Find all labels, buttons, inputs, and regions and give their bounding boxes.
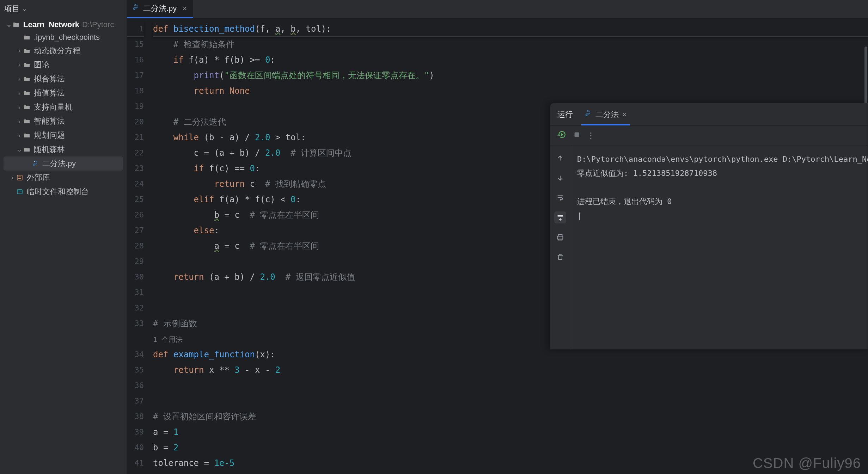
soft-wrap-icon[interactable] [554,192,566,204]
sidebar-header[interactable]: 项目 ⌄ [0,0,127,18]
scratches-consoles[interactable]: 临时文件和控制台 [0,185,127,199]
python-file-icon [32,160,39,167]
console-output[interactable]: D:\Pytorch\anaconda\envs\pytorch\python.… [570,146,868,349]
chevron-down-icon: ⌄ [22,5,27,13]
tree-folder[interactable]: ›拟合算法 [0,72,127,86]
print-icon[interactable] [554,231,566,243]
folder-icon [23,132,30,139]
svg-point-7 [587,111,587,111]
close-icon[interactable]: × [182,4,187,13]
arrow-down-icon[interactable] [554,172,566,184]
chevron-right-icon[interactable]: › [16,47,23,55]
run-config-tab[interactable]: 二分法 × [581,103,630,125]
editor-tabs: 二分法.py × [127,0,868,18]
tree-item-label: 动态微分方程 [34,45,80,56]
tree-item-label: 二分法.py [42,158,76,169]
run-panel-tabs: 运行 二分法 × [550,103,868,126]
tree-item-label: 规划问题 [34,130,65,141]
arrow-up-icon[interactable] [554,152,566,164]
chevron-right-icon[interactable]: › [16,104,23,111]
close-icon[interactable]: × [622,110,627,119]
stop-icon[interactable] [573,131,581,141]
run-config-name: 二分法 [595,109,619,120]
folder-icon [23,75,30,82]
project-root-name: Learn_Network [23,20,79,29]
scroll-to-end-icon[interactable] [554,211,566,223]
editor-tab-active[interactable]: 二分法.py × [127,0,193,18]
chevron-right-icon[interactable]: › [16,61,23,69]
tree-folder[interactable]: .ipynb_checkpoints [0,31,127,44]
chevron-down-icon[interactable]: ⌄ [5,21,13,29]
library-icon [16,174,23,181]
line-number-gutter: 1151617181920212223242526272829303132333… [127,18,148,474]
tree-folder[interactable]: ›智能算法 [0,114,127,128]
chevron-down-icon[interactable]: ⌄ [16,146,23,153]
run-tool-window: 运行 二分法 × ⋮ D:\P [550,103,868,350]
project-sidebar: 项目 ⌄ ⌄ Learn_Network D:\Pytorc .ipynb_ch… [0,0,127,474]
python-file-icon [132,4,140,13]
scratch-icon [16,188,23,195]
project-root-path: D:\Pytorc [82,20,114,29]
rerun-icon[interactable] [557,130,567,141]
tree-folder[interactable]: ›动态微分方程 [0,44,127,58]
svg-rect-8 [575,133,579,137]
tree-folder[interactable]: ›支持向量机 [0,100,127,114]
project-tree: ⌄ Learn_Network D:\Pytorc .ipynb_checkpo… [0,18,127,474]
svg-rect-5 [17,190,22,194]
more-icon[interactable]: ⋮ [587,131,595,140]
run-panel-title: 运行 [557,109,573,120]
run-side-toolbar [550,146,570,349]
scrollbar-thumb[interactable] [864,47,867,110]
svg-point-1 [36,165,37,166]
external-libraries-label: 外部库 [27,172,50,183]
tree-item-label: 支持向量机 [34,102,73,112]
external-libraries[interactable]: › 外部库 [0,171,127,185]
folder-icon [23,47,30,54]
main-area: 二分法.py × 1151617181920212223242526272829… [127,0,868,474]
chevron-right-icon[interactable]: › [8,174,16,181]
svg-point-6 [134,5,135,6]
tree-item-label: 图论 [34,60,49,70]
chevron-right-icon[interactable]: › [16,118,23,125]
project-root[interactable]: ⌄ Learn_Network D:\Pytorc [0,18,127,31]
svg-rect-2 [17,175,22,180]
tree-folder[interactable]: ›插值算法 [0,86,127,100]
project-tool-title: 项目 [4,4,20,14]
watermark-text: CSDN @Fuliy96 [753,455,861,471]
python-file-icon [584,110,592,119]
folder-icon [23,104,30,111]
tree-item-label: 随机森林 [34,144,65,155]
tree-item-label: 智能算法 [34,116,65,127]
scratches-label: 临时文件和控制台 [27,186,89,197]
svg-rect-3 [18,177,21,177]
folder-icon [23,34,30,41]
folder-icon [23,118,30,125]
tree-folder[interactable]: ›规划问题 [0,128,127,142]
tree-item-label: .ipynb_checkpoints [34,33,100,42]
chevron-right-icon[interactable]: › [16,132,23,139]
folder-icon [23,61,30,68]
folder-icon [23,146,30,153]
editor-tab-filename: 二分法.py [143,3,177,14]
svg-rect-4 [18,178,21,179]
folder-icon [23,90,30,97]
tree-item-label: 插值算法 [34,88,65,98]
svg-point-0 [34,161,35,162]
folder-icon [13,21,20,28]
tree-folder[interactable]: ›图论 [0,58,127,72]
chevron-right-icon[interactable]: › [16,75,23,83]
tree-file-python[interactable]: 二分法.py [4,156,123,171]
tree-item-label: 拟合算法 [34,74,65,84]
chevron-right-icon[interactable]: › [16,90,23,97]
tree-folder[interactable]: ⌄随机森林 [0,142,127,156]
trash-icon[interactable] [554,251,566,263]
